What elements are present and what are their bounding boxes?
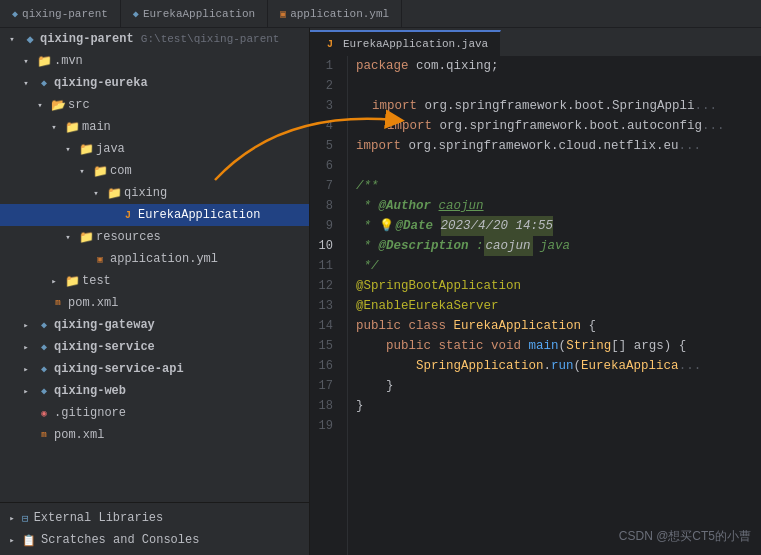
- editor-tab-eureka[interactable]: J EurekaApplication.java: [310, 30, 501, 56]
- line-num-12: 12: [310, 276, 339, 296]
- code-line-12: @SpringBootApplication: [356, 276, 761, 296]
- web-arrow: [18, 383, 34, 399]
- line-num-13: 13: [310, 296, 339, 316]
- tree-test[interactable]: 📁 test: [0, 270, 309, 292]
- ext-lib-arrow: [4, 510, 20, 526]
- tree-resources[interactable]: 📁 resources: [0, 226, 309, 248]
- line-num-14: 14: [310, 316, 339, 336]
- line-num-18: 18: [310, 396, 339, 416]
- code-area[interactable]: 1 2 3 4 5 6 7 8 9 10 11 12 13 14 15 16 1: [310, 56, 761, 555]
- line-num-19: 19: [310, 416, 339, 436]
- folder-icon-com: 📁: [92, 163, 108, 179]
- line-num-2: 2: [310, 76, 339, 96]
- tree-qixing-gateway[interactable]: ◆ qixing-gateway: [0, 314, 309, 336]
- root-arrow: [4, 31, 20, 47]
- scratch-icon: 📋: [22, 534, 36, 547]
- tree-qixing-pkg[interactable]: 📁 qixing: [0, 182, 309, 204]
- code-line-17: }: [356, 376, 761, 396]
- code-line-8: * @Author caojun: [356, 196, 761, 216]
- editor-area: J EurekaApplication.java 1 2 3 4 5 6 7 8…: [310, 28, 761, 555]
- tree-main[interactable]: 📁 main: [0, 116, 309, 138]
- folder-icon-src: 📂: [50, 97, 66, 113]
- project-icon: ◆: [22, 31, 38, 47]
- tree-src[interactable]: 📂 src: [0, 94, 309, 116]
- module-icon-eureka: ◆: [36, 75, 52, 91]
- top-tab-bar: ◆ qixing-parent ◆ EurekaApplication ▣ ap…: [0, 0, 761, 28]
- code-line-6: [356, 156, 761, 176]
- tree-qixing-service[interactable]: ◆ qixing-service: [0, 336, 309, 358]
- code-line-10: * @Description : caojun java: [356, 236, 761, 256]
- external-libraries-section[interactable]: ⊟ External Libraries: [0, 507, 309, 529]
- mvn-arrow: [18, 53, 34, 69]
- code-line-9: * 💡 @Date 2023/4/20 14:55: [356, 216, 761, 236]
- resources-arrow: [60, 229, 76, 245]
- module-icon-service-api: ◆: [36, 361, 52, 377]
- code-line-15: ▶ public static void main ( String [] ar…: [356, 336, 761, 356]
- code-line-5: import org.springframework.cloud.netflix…: [356, 136, 761, 156]
- gateway-arrow: [18, 317, 34, 333]
- tree-mvn[interactable]: 📁 .mvn: [0, 50, 309, 72]
- tree-com[interactable]: 📁 com: [0, 160, 309, 182]
- module-icon-web: ◆: [36, 383, 52, 399]
- project-tree: ◆ qixing-parent G:\test\qixing-parent 📁 …: [0, 28, 309, 502]
- code-line-2: [356, 76, 761, 96]
- java-file-icon-eureka: J: [120, 207, 136, 223]
- folder-icon-java: 📁: [78, 141, 94, 157]
- pom-eureka-icon: m: [50, 295, 66, 311]
- qixing-arrow: [88, 185, 104, 201]
- code-line-19: [356, 416, 761, 436]
- tab-application-yml[interactable]: ▣ application.yml: [268, 0, 402, 27]
- line-num-9: 9: [310, 216, 339, 236]
- code-line-14: public class EurekaApplication {: [356, 316, 761, 336]
- tab-qixing-parent[interactable]: ◆ qixing-parent: [0, 0, 121, 27]
- tree-pom-eureka[interactable]: m pom.xml: [0, 292, 309, 314]
- tree-qixing-service-api[interactable]: ◆ qixing-service-api: [0, 358, 309, 380]
- tree-qixing-web[interactable]: ◆ qixing-web: [0, 380, 309, 402]
- tab-eureka-application[interactable]: ◆ EurekaApplication: [121, 0, 268, 27]
- code-line-7: /**: [356, 176, 761, 196]
- line-num-1: 1: [310, 56, 339, 76]
- tree-eureka-application-file[interactable]: J EurekaApplication: [0, 204, 309, 226]
- line-num-8: 8: [310, 196, 339, 216]
- project-sidebar: ◆ qixing-parent G:\test\qixing-parent 📁 …: [0, 28, 310, 555]
- line-num-7: 7: [310, 176, 339, 196]
- module-icon-service: ◆: [36, 339, 52, 355]
- scratches-consoles-section[interactable]: 📋 Scratches and Consoles: [0, 529, 309, 551]
- main-arrow: [46, 119, 62, 135]
- code-line-3: import org.springframework.boot.SpringAp…: [356, 96, 761, 116]
- line-num-15: 15: [310, 336, 339, 356]
- module-icon-gateway: ◆: [36, 317, 52, 333]
- tree-gitignore[interactable]: ◉ .gitignore: [0, 402, 309, 424]
- line-num-5: 5: [310, 136, 339, 156]
- watermark: CSDN @想买CT5的小曹: [619, 528, 751, 545]
- line-numbers: 1 2 3 4 5 6 7 8 9 10 11 12 13 14 15 16 1: [310, 56, 348, 555]
- line-num-6: 6: [310, 156, 339, 176]
- module-icon2: ◆: [133, 8, 139, 20]
- ext-lib-icon: ⊟: [22, 512, 29, 525]
- scratch-arrow: [4, 532, 20, 548]
- yml-file-icon: ▣: [92, 251, 108, 267]
- tree-java[interactable]: 📁 java: [0, 138, 309, 160]
- tree-pom-root[interactable]: m pom.xml: [0, 424, 309, 446]
- code-line-18: }: [356, 396, 761, 416]
- line-num-16: 16: [310, 356, 339, 376]
- folder-icon-mvn: 📁: [36, 53, 52, 69]
- tree-qixing-eureka[interactable]: ◆ qixing-eureka: [0, 72, 309, 94]
- code-line-4: import org.springframework.boot.autoconf…: [356, 116, 761, 136]
- java-arrow: [60, 141, 76, 157]
- test-arrow: [46, 273, 62, 289]
- code-content[interactable]: package com.qixing; import org.springfra…: [348, 56, 761, 555]
- line-num-17: 17: [310, 376, 339, 396]
- pom-root-icon: m: [36, 427, 52, 443]
- editor-tab-bar: J EurekaApplication.java: [310, 28, 761, 56]
- yml-icon: ▣: [280, 8, 286, 20]
- lamp-icon-line9: 💡: [379, 216, 394, 236]
- eureka-arrow: [18, 75, 34, 91]
- git-file-icon: ◉: [36, 405, 52, 421]
- project-root-header[interactable]: ◆ qixing-parent G:\test\qixing-parent: [0, 28, 309, 50]
- tree-application-yml[interactable]: ▣ application.yml: [0, 248, 309, 270]
- src-arrow: [32, 97, 48, 113]
- folder-icon-test: 📁: [64, 273, 80, 289]
- folder-icon-main: 📁: [64, 119, 80, 135]
- line-num-10: 10: [310, 236, 339, 256]
